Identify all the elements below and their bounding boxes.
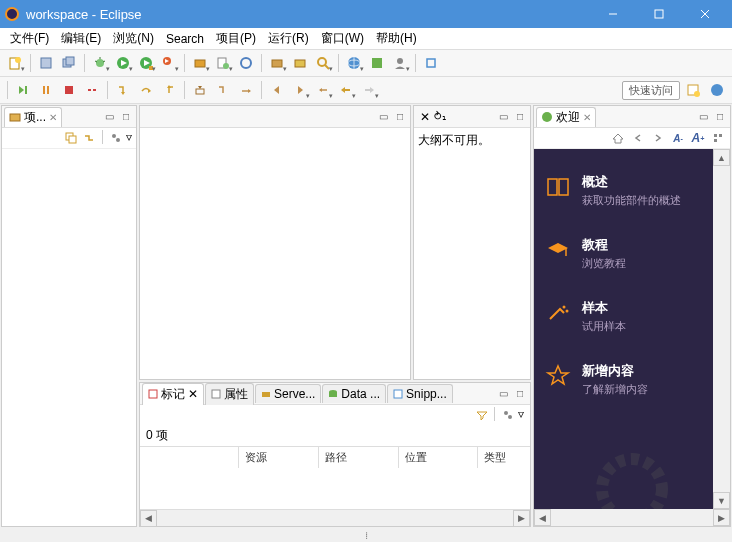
filters-button[interactable] bbox=[108, 130, 124, 146]
new-project-button[interactable] bbox=[212, 52, 234, 74]
forward-button[interactable] bbox=[358, 79, 380, 101]
col-path[interactable]: 路径 bbox=[319, 447, 399, 468]
new-server-button[interactable] bbox=[189, 52, 211, 74]
skip-breakpoints-button[interactable] bbox=[235, 52, 257, 74]
maximize-view-button[interactable]: □ bbox=[392, 109, 408, 125]
filter-button[interactable] bbox=[473, 407, 489, 423]
perspective-open-button[interactable] bbox=[682, 79, 704, 101]
minimize-view-button[interactable]: ▭ bbox=[375, 109, 391, 125]
close-icon[interactable]: ✕ bbox=[416, 110, 434, 124]
debug-button[interactable] bbox=[89, 52, 111, 74]
run-button[interactable] bbox=[112, 52, 134, 74]
maximize-view-button[interactable]: □ bbox=[512, 386, 528, 402]
maximize-view-button[interactable]: □ bbox=[712, 109, 728, 125]
close-icon[interactable]: ✕ bbox=[188, 387, 198, 401]
view-menu-button[interactable]: ▿ bbox=[126, 130, 132, 146]
minimize-view-button[interactable]: ▭ bbox=[495, 109, 511, 125]
perspective-javaee-button[interactable] bbox=[706, 79, 728, 101]
jpa-button[interactable] bbox=[366, 52, 388, 74]
save-button[interactable] bbox=[35, 52, 57, 74]
forward-button[interactable] bbox=[650, 130, 666, 146]
step-over-button[interactable] bbox=[135, 79, 157, 101]
quick-access[interactable]: 快速访问 bbox=[622, 81, 680, 100]
drop-to-frame-button[interactable] bbox=[189, 79, 211, 101]
close-button[interactable] bbox=[682, 0, 728, 28]
scroll-left-button[interactable]: ◀ bbox=[534, 509, 551, 526]
welcome-item-samples[interactable]: 样本 试用样本 bbox=[534, 285, 713, 348]
scroll-right-button[interactable]: ▶ bbox=[713, 509, 730, 526]
close-icon[interactable]: ✕ bbox=[583, 112, 591, 123]
collapse-all-button[interactable] bbox=[63, 130, 79, 146]
welcome-item-overview[interactable]: 概述 获取功能部件的概述 bbox=[534, 159, 713, 222]
step-into-button[interactable] bbox=[112, 79, 134, 101]
col-location[interactable]: 位置 bbox=[399, 447, 479, 468]
tab-snippets[interactable]: Snipp... bbox=[387, 384, 453, 403]
use-step-filters-button[interactable] bbox=[212, 79, 234, 101]
maximize-button[interactable] bbox=[636, 0, 682, 28]
col-type[interactable]: 类型 bbox=[478, 447, 530, 468]
scroll-down-button[interactable]: ▼ bbox=[713, 492, 730, 509]
group-button[interactable] bbox=[500, 407, 516, 423]
prev-annotation-button[interactable] bbox=[266, 79, 288, 101]
tab-data[interactable]: Data ... bbox=[322, 384, 386, 403]
customize-button[interactable] bbox=[710, 130, 726, 146]
col-desc[interactable] bbox=[140, 447, 239, 468]
view-menu-button[interactable]: ▿ bbox=[518, 407, 524, 423]
welcome-item-tutorials[interactable]: 教程 浏览教程 bbox=[534, 222, 713, 285]
save-all-button[interactable] bbox=[58, 52, 80, 74]
tab-properties[interactable]: 属性 bbox=[205, 383, 254, 405]
menu-navigate[interactable]: 浏览(N) bbox=[107, 28, 160, 49]
minimize-view-button[interactable]: ▭ bbox=[695, 109, 711, 125]
pin-button[interactable] bbox=[420, 52, 442, 74]
back-button[interactable] bbox=[335, 79, 357, 101]
minimize-view-button[interactable]: ▭ bbox=[101, 109, 117, 125]
menu-help[interactable]: 帮助(H) bbox=[370, 28, 423, 49]
menu-window[interactable]: 窗口(W) bbox=[315, 28, 370, 49]
scroll-up-button[interactable]: ▲ bbox=[713, 149, 730, 166]
minimize-button[interactable] bbox=[590, 0, 636, 28]
web-browser-button[interactable] bbox=[343, 52, 365, 74]
menu-edit[interactable]: 编辑(E) bbox=[55, 28, 107, 49]
minimize-view-button[interactable]: ▭ bbox=[495, 386, 511, 402]
font-increase-button[interactable]: A+ bbox=[690, 130, 706, 146]
menu-search[interactable]: Search bbox=[160, 30, 210, 48]
open-type-button[interactable] bbox=[266, 52, 288, 74]
scroll-track[interactable] bbox=[551, 509, 713, 526]
suspend-button[interactable] bbox=[35, 79, 57, 101]
home-button[interactable] bbox=[610, 130, 626, 146]
run-last-button[interactable] bbox=[135, 52, 157, 74]
welcome-tab[interactable]: 欢迎 ✕ bbox=[536, 107, 596, 127]
menu-file[interactable]: 文件(F) bbox=[4, 28, 55, 49]
scroll-right-button[interactable]: ▶ bbox=[513, 510, 530, 527]
external-tools-button[interactable] bbox=[158, 52, 180, 74]
welcome-vscrollbar[interactable]: ▲ ▼ bbox=[713, 149, 730, 509]
tab-markers[interactable]: 标记 ✕ bbox=[142, 383, 204, 405]
user-button[interactable] bbox=[389, 52, 411, 74]
open-task-button[interactable] bbox=[289, 52, 311, 74]
menu-project[interactable]: 项目(P) bbox=[210, 28, 262, 49]
close-icon[interactable]: ✕ bbox=[49, 112, 57, 123]
last-edit-button[interactable] bbox=[312, 79, 334, 101]
project-explorer-tab[interactable]: 项... ✕ bbox=[4, 107, 62, 127]
scroll-left-button[interactable]: ◀ bbox=[140, 510, 157, 527]
back-button[interactable] bbox=[630, 130, 646, 146]
welcome-item-whatsnew[interactable]: 新增内容 了解新增内容 bbox=[534, 348, 713, 411]
maximize-view-button[interactable]: □ bbox=[118, 109, 134, 125]
tab-servers[interactable]: Serve... bbox=[255, 384, 321, 403]
next-annotation-button[interactable] bbox=[289, 79, 311, 101]
search-button[interactable] bbox=[312, 52, 334, 74]
maximize-view-button[interactable]: □ bbox=[512, 109, 528, 125]
welcome-hscrollbar[interactable]: ◀ ▶ bbox=[534, 509, 730, 526]
step-button-2[interactable] bbox=[235, 79, 257, 101]
col-resource[interactable]: 资源 bbox=[239, 447, 319, 468]
font-decrease-button[interactable]: A- bbox=[670, 130, 686, 146]
new-button[interactable] bbox=[4, 52, 26, 74]
resume-button[interactable] bbox=[12, 79, 34, 101]
terminate-button[interactable] bbox=[58, 79, 80, 101]
menu-run[interactable]: 运行(R) bbox=[262, 28, 315, 49]
scroll-track[interactable] bbox=[713, 166, 730, 492]
disconnect-button[interactable] bbox=[81, 79, 103, 101]
markers-hscrollbar[interactable]: ◀ ▶ bbox=[140, 509, 530, 526]
step-return-button[interactable] bbox=[158, 79, 180, 101]
link-editor-button[interactable] bbox=[81, 130, 97, 146]
